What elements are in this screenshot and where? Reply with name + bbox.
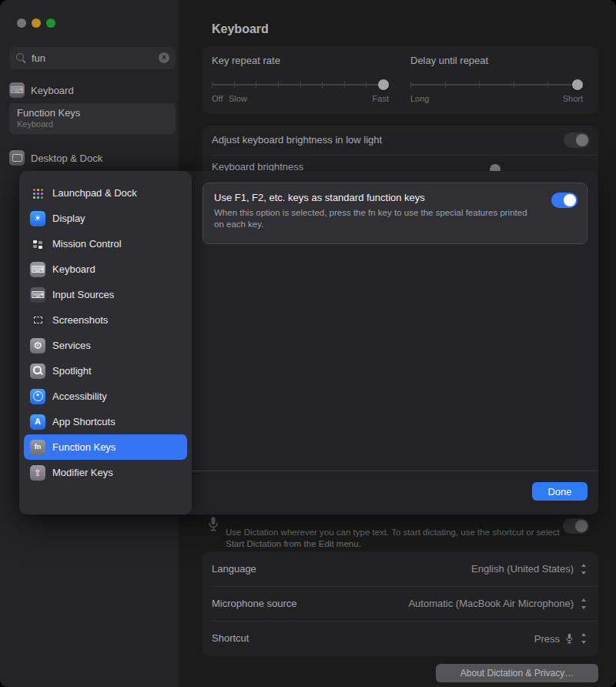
key-repeat-label: Key repeat rate xyxy=(212,55,280,66)
shortcut-categories-list: Launchpad & Dock ☀ Display Mission Contr… xyxy=(19,171,192,514)
close-button[interactable] xyxy=(17,18,26,28)
microphone-source-value: Automatic (MacBook Air Microphone) xyxy=(408,598,574,609)
chevron-up-down-icon xyxy=(579,563,589,575)
language-popup-button[interactable]: English (United States) xyxy=(471,551,589,586)
chevron-up-down-icon xyxy=(579,632,589,645)
category-label: Accessibility xyxy=(52,390,107,402)
slider-knob[interactable] xyxy=(572,79,583,90)
minimize-button[interactable] xyxy=(32,18,41,28)
window-controls xyxy=(17,18,55,28)
toggle-knob xyxy=(564,194,576,206)
low-light-toggle[interactable] xyxy=(564,132,590,148)
category-mission-control[interactable]: Mission Control xyxy=(24,231,187,256)
search-result-title: Function Keys xyxy=(17,107,168,119)
language-row: Language English (United States) xyxy=(203,551,598,586)
dictation-toggle[interactable] xyxy=(563,518,589,534)
category-function-keys[interactable]: fn Function Keys xyxy=(24,434,187,460)
about-dictation-privacy-button[interactable]: About Dictation & Privacy… xyxy=(436,664,598,682)
spotlight-icon xyxy=(30,364,45,379)
language-value: English (United States) xyxy=(471,563,574,575)
category-input-sources[interactable]: ⌨ Input Sources xyxy=(24,282,187,307)
shortcut-popup-button[interactable]: Press xyxy=(534,621,589,656)
delay-slider[interactable] xyxy=(410,79,583,91)
search-icon xyxy=(16,53,24,61)
category-label: Display xyxy=(52,213,85,224)
key-repeat-group: Key repeat rate Off Slow Fast xyxy=(212,46,389,114)
category-label: Launchpad & Dock xyxy=(52,187,137,199)
microphone-source-row: Microphone source Automatic (MacBook Air… xyxy=(203,586,598,621)
slider-labels: Long Short xyxy=(410,94,583,105)
sidebar-item-desktop-dock[interactable]: Desktop & Dock xyxy=(9,148,102,168)
divider xyxy=(212,155,598,156)
category-label: App Shortcuts xyxy=(52,416,116,427)
keyboard-shortcuts-sheet: Launchpad & Dock ☀ Display Mission Contr… xyxy=(19,171,598,514)
shortcut-label: Shortcut xyxy=(212,632,249,644)
category-accessibility[interactable]: Accessibility xyxy=(24,384,187,409)
clear-search-icon[interactable]: × xyxy=(159,52,169,63)
category-display[interactable]: ☀ Display xyxy=(24,206,187,231)
delay-group: Delay until repeat Long Short xyxy=(410,46,583,114)
desktop-dock-icon xyxy=(9,150,25,166)
category-modifier-keys[interactable]: ⇧ Modifier Keys xyxy=(24,460,187,485)
sidebar-search-field[interactable]: × xyxy=(9,47,176,69)
slider-ticks xyxy=(410,82,583,88)
category-label: Function Keys xyxy=(52,441,116,453)
slider-knob[interactable] xyxy=(378,79,389,90)
function-keys-panel: Use F1, F2, etc. keys as standard functi… xyxy=(192,171,598,514)
category-label: Screenshots xyxy=(52,314,108,326)
function-keys-icon: fn xyxy=(30,440,45,455)
search-input[interactable] xyxy=(32,47,147,69)
chevron-up-down-icon xyxy=(579,598,589,610)
microphone-source-popup-button[interactable]: Automatic (MacBook Air Microphone) xyxy=(408,586,589,621)
language-label: Language xyxy=(212,563,256,575)
slider-ticks xyxy=(212,82,389,88)
search-result-subtitle: Keyboard xyxy=(17,119,168,129)
category-screenshots[interactable]: Screenshots xyxy=(24,307,187,333)
category-label: Input Sources xyxy=(52,289,114,300)
modifier-keys-icon: ⇧ xyxy=(30,465,45,481)
shortcut-row: Shortcut Press xyxy=(203,621,598,656)
screenshots-icon xyxy=(30,313,45,328)
services-icon: ⚙ xyxy=(30,338,45,354)
category-keyboard[interactable]: ⌨ Keyboard xyxy=(24,256,187,282)
category-label: Modifier Keys xyxy=(52,467,113,478)
category-app-shortcuts[interactable]: A App Shortcuts xyxy=(24,409,187,434)
toggle-knob xyxy=(576,134,588,146)
function-keys-option-description: When this option is selected, press the … xyxy=(214,207,537,230)
accessibility-icon xyxy=(30,389,45,404)
tick-label: Short xyxy=(563,94,583,103)
toggle-knob xyxy=(575,520,588,532)
category-services[interactable]: ⚙ Services xyxy=(24,333,187,358)
done-button[interactable]: Done xyxy=(532,482,588,501)
keyboard-icon: ⌨ xyxy=(30,262,45,277)
key-repeat-slider[interactable] xyxy=(212,79,389,91)
tick-label: Slow xyxy=(229,94,247,103)
category-spotlight[interactable]: Spotlight xyxy=(24,358,187,384)
category-label: Keyboard xyxy=(52,263,95,275)
dictation-settings-card: Language English (United States) Microph… xyxy=(203,551,598,656)
tick-label: Long xyxy=(410,94,429,103)
mission-control-icon xyxy=(30,236,45,252)
sidebar-item-keyboard[interactable]: ⌨ Keyboard xyxy=(9,80,74,100)
dictation-description: Use Dictation wherever you can type text… xyxy=(226,527,563,550)
function-keys-toggle[interactable] xyxy=(551,193,578,208)
category-label: Mission Control xyxy=(52,238,122,250)
shortcut-value: Press xyxy=(534,633,560,645)
category-launchpad-dock[interactable]: Launchpad & Dock xyxy=(24,180,187,206)
tick-label: Off xyxy=(212,94,223,103)
microphone-icon xyxy=(207,516,219,533)
microphone-small-icon xyxy=(565,633,574,645)
function-keys-option-title: Use F1, F2, etc. keys as standard functi… xyxy=(214,192,576,203)
launchpad-dock-icon xyxy=(30,186,45,201)
search-result-function-keys[interactable]: Function Keys Keyboard xyxy=(9,103,176,134)
divider xyxy=(192,471,598,471)
category-label: Spotlight xyxy=(52,365,92,377)
page-title: Keyboard xyxy=(212,22,269,36)
tick-label: Fast xyxy=(373,94,389,103)
key-repeat-card: Key repeat rate Off Slow Fast Delay unti… xyxy=(203,46,598,114)
dictation-intro: Use Dictation wherever you can type text… xyxy=(203,514,598,547)
slider-labels: Off Slow Fast xyxy=(212,94,389,105)
display-icon: ☀ xyxy=(30,211,45,226)
zoom-button[interactable] xyxy=(46,18,55,28)
input-sources-icon: ⌨ xyxy=(30,287,45,303)
